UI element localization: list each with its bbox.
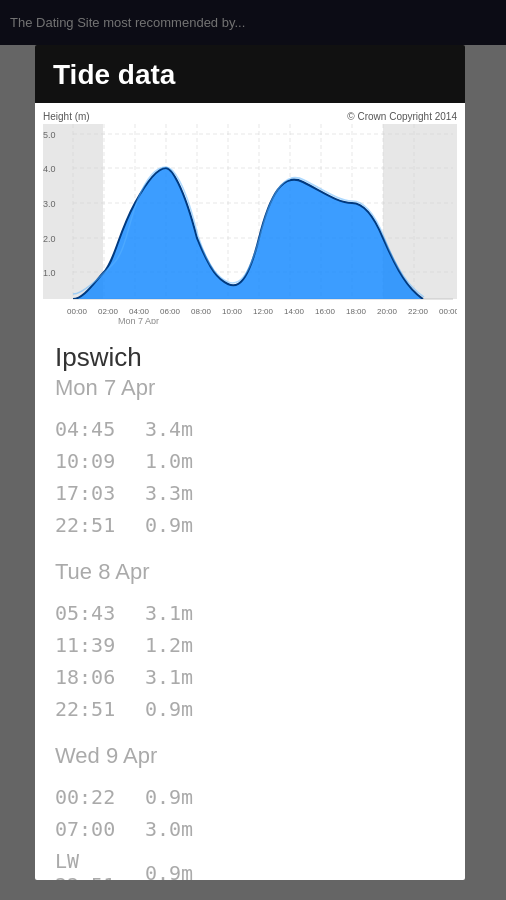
tide-time: 07:00 bbox=[55, 817, 145, 841]
day-heading-mon: Mon 7 Apr bbox=[55, 375, 445, 401]
tide-height: 3.3m bbox=[145, 481, 193, 505]
day-heading-tue: Tue 8 Apr bbox=[55, 559, 445, 585]
svg-text:12:00: 12:00 bbox=[253, 307, 274, 316]
tide-row: 10:09 1.0m bbox=[55, 445, 445, 477]
tide-table-mon: 04:45 3.4m 10:09 1.0m 17:03 3.3m 22:51 0… bbox=[55, 413, 445, 541]
tide-table-wed: 00:22 0.9m 07:00 3.0m LW 22:51 0.9m bbox=[55, 781, 445, 880]
tide-row: 05:43 3.1m bbox=[55, 597, 445, 629]
tide-height: 1.0m bbox=[145, 449, 193, 473]
tide-height: 3.4m bbox=[145, 417, 193, 441]
panel-header: Tide data bbox=[35, 45, 465, 103]
svg-text:3.0: 3.0 bbox=[43, 199, 56, 209]
svg-text:08:00: 08:00 bbox=[191, 307, 212, 316]
tide-chart: 5.0 4.0 3.0 2.0 1.0 00:00 02:00 04:00 06… bbox=[43, 124, 457, 324]
tide-height: 3.1m bbox=[145, 601, 193, 625]
tide-height: 0.9m bbox=[145, 513, 193, 537]
tide-height: 0.9m bbox=[145, 861, 193, 880]
tide-time: 04:45 bbox=[55, 417, 145, 441]
svg-text:Mon 7 Apr: Mon 7 Apr bbox=[118, 316, 159, 324]
tide-row: 22:51 0.9m bbox=[55, 509, 445, 541]
day-section-mon: Mon 7 Apr 04:45 3.4m 10:09 1.0m 17:03 3.… bbox=[55, 375, 445, 541]
svg-text:18:00: 18:00 bbox=[346, 307, 367, 316]
copyright-label: © Crown Copyright 2014 bbox=[347, 111, 457, 122]
height-label: Height (m) bbox=[43, 111, 90, 122]
svg-text:00:00: 00:00 bbox=[439, 307, 457, 316]
tide-row: 22:51 0.9m bbox=[55, 693, 445, 725]
tide-height: 3.1m bbox=[145, 665, 193, 689]
tide-table-tue: 05:43 3.1m 11:39 1.2m 18:06 3.1m 22:51 0… bbox=[55, 597, 445, 725]
tide-row: 07:00 3.0m bbox=[55, 813, 445, 845]
svg-text:1.0: 1.0 bbox=[43, 268, 56, 278]
content-area: Ipswich Mon 7 Apr 04:45 3.4m 10:09 1.0m … bbox=[35, 328, 465, 880]
svg-text:16:00: 16:00 bbox=[315, 307, 336, 316]
svg-text:10:00: 10:00 bbox=[222, 307, 243, 316]
tide-row: 11:39 1.2m bbox=[55, 629, 445, 661]
svg-text:04:00: 04:00 bbox=[129, 307, 150, 316]
tide-time: 11:39 bbox=[55, 633, 145, 657]
tide-panel: Tide data Height (m) © Crown Copyright 2… bbox=[35, 45, 465, 880]
svg-text:2.0: 2.0 bbox=[43, 234, 56, 244]
tide-time: 00:22 bbox=[55, 785, 145, 809]
day-section-wed: Wed 9 Apr 00:22 0.9m 07:00 3.0m LW 22:51… bbox=[55, 743, 445, 880]
tide-height: 3.0m bbox=[145, 817, 193, 841]
panel-title: Tide data bbox=[53, 59, 175, 90]
chart-container: Height (m) © Crown Copyright 2014 bbox=[35, 103, 465, 328]
svg-text:02:00: 02:00 bbox=[98, 307, 119, 316]
tide-row: 00:22 0.9m bbox=[55, 781, 445, 813]
tide-height: 0.9m bbox=[145, 785, 193, 809]
svg-text:20:00: 20:00 bbox=[377, 307, 398, 316]
tide-time: 17:03 bbox=[55, 481, 145, 505]
svg-text:14:00: 14:00 bbox=[284, 307, 305, 316]
svg-text:22:00: 22:00 bbox=[408, 307, 429, 316]
day-heading-wed: Wed 9 Apr bbox=[55, 743, 445, 769]
tide-time: 22:51 bbox=[55, 513, 145, 537]
svg-text:06:00: 06:00 bbox=[160, 307, 181, 316]
tide-row: 17:03 3.3m bbox=[55, 477, 445, 509]
svg-text:00:00: 00:00 bbox=[67, 307, 88, 316]
tide-row: LW 22:51 0.9m bbox=[55, 845, 445, 880]
chart-labels-top: Height (m) © Crown Copyright 2014 bbox=[43, 111, 457, 124]
svg-text:4.0: 4.0 bbox=[43, 164, 56, 174]
svg-text:5.0: 5.0 bbox=[43, 130, 56, 140]
tide-time: 22:51 bbox=[55, 697, 145, 721]
location-title: Ipswich bbox=[55, 342, 445, 373]
tide-time: 18:06 bbox=[55, 665, 145, 689]
tide-row: 04:45 3.4m bbox=[55, 413, 445, 445]
tide-row: 18:06 3.1m bbox=[55, 661, 445, 693]
tide-height: 1.2m bbox=[145, 633, 193, 657]
tide-height: 0.9m bbox=[145, 697, 193, 721]
tide-time: 10:09 bbox=[55, 449, 145, 473]
tide-time: 05:43 bbox=[55, 601, 145, 625]
day-section-tue: Tue 8 Apr 05:43 3.1m 11:39 1.2m 18:06 3.… bbox=[55, 559, 445, 725]
tide-time: LW 22:51 bbox=[55, 849, 145, 880]
